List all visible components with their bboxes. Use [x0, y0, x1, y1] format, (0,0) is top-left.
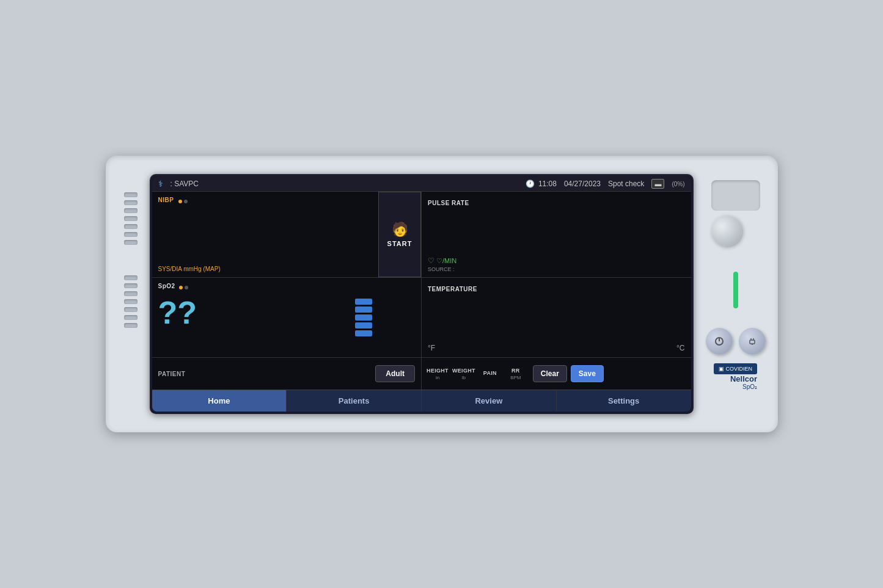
vent-slot: [124, 216, 137, 221]
spo2-dot-inactive: [185, 286, 188, 289]
mode-text: Spot check: [608, 180, 644, 188]
tab-settings[interactable]: Settings: [557, 390, 691, 412]
spo2-bar-3: [355, 314, 372, 321]
start-button[interactable]: 🧑 START: [378, 192, 421, 277]
height-metric: HEIGHT in: [427, 368, 449, 380]
brand-icon: ⚕: [158, 179, 163, 189]
height-label: HEIGHT: [427, 368, 449, 374]
main-grid: NIBP SYS/DIA mmHg (MAP) 🧑 START: [152, 192, 691, 390]
battery-percentage: (0%): [672, 181, 684, 187]
time-group: 🕐 11:08: [526, 180, 557, 188]
clock-icon: 🕐: [526, 180, 535, 188]
current-date: 04/27/2023: [564, 180, 601, 188]
vent-slot: [124, 232, 137, 237]
nibp-dot-inactive: [184, 200, 188, 203]
vent-slot: [124, 299, 137, 304]
vent-slot: [124, 275, 137, 280]
brand-label: ▣ COVIDIEN Nellcor SpO₂: [714, 362, 757, 390]
height-unit: in: [436, 375, 439, 380]
pain-metric: PAIN: [479, 370, 501, 377]
temp-f-label: °F: [428, 344, 435, 352]
nellcor-sub: SpO₂: [714, 383, 757, 390]
metrics-panel: HEIGHT in WEIGHT lb PAIN RR: [422, 358, 691, 390]
patient-type-button[interactable]: Adult: [375, 365, 415, 382]
screen-bezel: ⚕ : SAVPC 🕐 11:08 04/27/2023 Spot check …: [150, 174, 694, 414]
pain-label: PAIN: [483, 370, 497, 376]
spo2-bar-1: [355, 299, 372, 305]
nibp-panel: NIBP SYS/DIA mmHg (MAP) 🧑 START: [152, 192, 422, 277]
screen: ⚕ : SAVPC 🕐 11:08 04/27/2023 Spot check …: [152, 176, 691, 412]
patient-panel: PATIENT Adult: [152, 358, 422, 390]
green-indicator: [733, 272, 738, 308]
covidien-box: ▣ COVIDIEN: [714, 363, 757, 374]
spo2-bar-2: [355, 307, 372, 313]
save-button[interactable]: Save: [571, 365, 604, 382]
pulse-bottom: ♡ ♡/MIN SOURCE :: [428, 256, 456, 272]
vent-slot: [124, 307, 137, 312]
device-right-panel: ▣ COVIDIEN Nellcor SpO₂: [706, 174, 766, 390]
patient-label: PATIENT: [158, 371, 371, 377]
nellcor-brand: Nellcor: [714, 374, 757, 383]
status-bar: ⚕ : SAVPC 🕐 11:08 04/27/2023 Spot check …: [152, 176, 691, 192]
power-icon: [714, 336, 724, 346]
nibp-dots: [178, 200, 188, 203]
heart-icon: ♡: [428, 256, 434, 265]
navigation-tabs: Home Patients Review Settings: [152, 390, 691, 412]
spo2-bar-group: [355, 299, 372, 336]
left-vents: [124, 192, 137, 245]
spo2-bar-4: [355, 322, 372, 328]
vent-slot: [124, 291, 137, 296]
vent-slot: [124, 208, 137, 213]
device-body: ⚕ : SAVPC 🕐 11:08 04/27/2023 Spot check …: [106, 156, 778, 432]
rr-label: RR: [511, 368, 520, 374]
temp-c-label: °C: [676, 344, 684, 352]
tab-home[interactable]: Home: [152, 390, 287, 412]
spo2-dot-active: [179, 286, 183, 289]
vent-slot: [124, 224, 137, 229]
pulse-unit: ♡ ♡/MIN: [428, 256, 456, 265]
temperature-panel: TEMPERATURE °F °C: [422, 278, 691, 357]
pulse-unit-text: ♡/MIN: [436, 257, 456, 265]
pulse-rate-panel: PULSE RATE ♡ ♡/MIN SOURCE :: [422, 192, 691, 277]
nibp-header: NIBP: [158, 197, 416, 206]
spo2-value: ??: [158, 297, 416, 328]
weight-label: WEIGHT: [452, 368, 475, 374]
right-top: [711, 180, 760, 246]
clear-button[interactable]: Clear: [533, 365, 567, 382]
nibp-dot-active: [178, 200, 182, 203]
spo2-bar-5: [355, 330, 372, 336]
covidien-icon: ▣: [719, 366, 724, 372]
device-name: : SAVPC: [170, 180, 518, 188]
rr-unit: BPM: [510, 375, 521, 380]
start-label: START: [387, 240, 412, 247]
tab-patients[interactable]: Patients: [287, 390, 422, 412]
svg-rect-2: [750, 340, 755, 344]
tab-review[interactable]: Review: [422, 390, 557, 412]
vent-slot: [124, 200, 137, 205]
spo2-dots: [179, 286, 188, 289]
weight-metric: WEIGHT lb: [452, 368, 475, 380]
temperature-label: TEMPERATURE: [428, 286, 477, 292]
right-knob[interactable]: [711, 216, 742, 246]
pulse-rate-label: PULSE RATE: [428, 200, 469, 206]
current-time: 11:08: [538, 180, 557, 188]
temperature-units: °F °C: [428, 344, 685, 352]
screen-container: ⚕ : SAVPC 🕐 11:08 04/27/2023 Spot check …: [150, 174, 694, 414]
spo2-panel: SpO2 ??: [152, 278, 422, 357]
plug-icon: [747, 336, 757, 346]
battery-icon: ▬: [651, 179, 664, 189]
left-vents-lower: [124, 275, 137, 328]
power-button[interactable]: [706, 328, 733, 355]
vent-slot: [124, 240, 137, 245]
right-top-panel: [711, 180, 760, 211]
spo2-header: SpO2: [158, 283, 416, 292]
spo2-label: SpO2: [158, 283, 175, 289]
device-left-panel: [124, 174, 137, 328]
nibp-bottom-label: SYS/DIA mmHg (MAP): [158, 261, 416, 272]
rr-metric: RR BPM: [505, 368, 527, 380]
vent-slot: [124, 315, 137, 320]
plug-button[interactable]: [739, 328, 766, 355]
vent-slot: [124, 192, 137, 197]
green-strip: [733, 272, 738, 308]
pulse-source: SOURCE :: [428, 266, 456, 272]
